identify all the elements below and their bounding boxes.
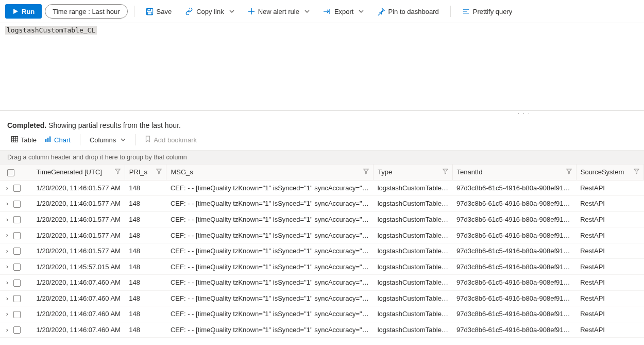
header-source-label: SourceSystem xyxy=(581,168,624,176)
select-all-checkbox[interactable] xyxy=(7,169,14,176)
cell-src: RestAPI xyxy=(576,196,643,212)
row-checkbox[interactable] xyxy=(13,185,21,192)
toolbar: Run Time range : Last hour Save Copy lin… xyxy=(0,0,644,23)
chevron-down-icon xyxy=(359,8,364,15)
cell-time: 1/20/2020, 11:46:01.577 AM xyxy=(32,211,125,227)
query-editor[interactable]: logstashCustomTable_CL xyxy=(0,23,644,111)
filter-icon[interactable] xyxy=(443,168,448,176)
header-type-label: Type xyxy=(378,168,392,176)
svg-marker-0 xyxy=(13,9,18,14)
header-tenant[interactable]: TenantId xyxy=(452,165,576,180)
pin-label: Pin to dashboard xyxy=(388,8,438,15)
header-type[interactable]: Type xyxy=(374,165,452,180)
columns-label: Columns xyxy=(90,136,116,144)
cell-tenant: 97d3c8b6-61c5-4916-b80a-908ef914d134 xyxy=(452,227,576,243)
run-button[interactable]: Run xyxy=(5,4,42,19)
cell-time: 1/20/2020, 11:45:57.015 AM xyxy=(32,259,125,275)
bookmark-button[interactable]: Add bookmark xyxy=(141,134,201,146)
cell-msg: CEF: - - [timeQuality tzKnown="1" isSync… xyxy=(166,196,374,212)
tab-chart[interactable]: Chart xyxy=(41,134,75,146)
expand-icon[interactable]: › xyxy=(4,216,10,223)
table-row[interactable]: ›1/20/2020, 11:46:01.577 AM148CEF: - - [… xyxy=(0,243,644,259)
save-label: Save xyxy=(157,8,172,15)
resize-handle[interactable]: · · · xyxy=(0,111,644,116)
save-icon xyxy=(146,8,154,15)
row-checkbox[interactable] xyxy=(13,280,21,287)
copy-link-button[interactable]: Copy link xyxy=(180,4,239,19)
table-row[interactable]: ›1/20/2020, 11:46:07.460 AM148CEF: - - [… xyxy=(0,306,644,322)
expand-icon[interactable]: › xyxy=(4,310,10,318)
play-icon xyxy=(12,8,19,14)
table-row[interactable]: ›1/20/2020, 11:45:57.015 AM148CEF: - - [… xyxy=(0,259,644,275)
header-source[interactable]: SourceSystem xyxy=(576,165,643,180)
row-checkbox[interactable] xyxy=(13,295,21,302)
export-button[interactable]: Export xyxy=(318,4,369,19)
run-label: Run xyxy=(22,8,35,15)
header-msg[interactable]: MSG_s xyxy=(166,165,374,180)
filter-icon[interactable] xyxy=(363,168,369,176)
expand-icon[interactable]: › xyxy=(4,278,10,286)
cell-pri: 148 xyxy=(125,306,166,322)
plus-icon xyxy=(248,8,255,15)
cell-tenant: 97d3c8b6-61c5-4916-b80a-908ef914d134 xyxy=(452,243,576,259)
table-row[interactable]: ›1/20/2020, 11:46:07.460 AM148CEF: - - [… xyxy=(0,290,644,306)
filter-icon[interactable] xyxy=(115,168,121,176)
row-checkbox[interactable] xyxy=(13,326,21,334)
svg-rect-6 xyxy=(47,138,48,142)
cell-tenant: 97d3c8b6-61c5-4916-b80a-908ef914d134 xyxy=(452,306,576,322)
tab-table[interactable]: Table xyxy=(7,134,41,146)
bookmark-icon xyxy=(145,136,151,144)
header-tenant-label: TenantId xyxy=(457,168,483,176)
row-checkbox[interactable] xyxy=(13,201,21,208)
expand-icon[interactable]: › xyxy=(4,247,10,255)
table-row[interactable]: ›1/20/2020, 11:46:01.577 AM148CEF: - - [… xyxy=(0,227,644,243)
row-checkbox[interactable] xyxy=(13,248,21,255)
expand-icon[interactable]: › xyxy=(4,184,10,192)
row-checkbox[interactable] xyxy=(13,216,21,223)
cell-msg: CEF: - - [timeQuality tzKnown="1" isSync… xyxy=(166,259,374,275)
time-range-button[interactable]: Time range : Last hour xyxy=(45,4,127,19)
expand-icon[interactable]: › xyxy=(4,231,10,239)
table-row[interactable]: ›1/20/2020, 11:46:07.460 AM148CEF: - - [… xyxy=(0,322,644,338)
cell-msg: CEF: - - [timeQuality tzKnown="1" isSync… xyxy=(166,180,374,196)
expand-icon[interactable]: › xyxy=(4,262,10,270)
new-alert-label: New alert rule xyxy=(258,8,299,15)
separator xyxy=(134,6,134,17)
expand-icon[interactable]: › xyxy=(4,326,10,334)
svg-rect-2 xyxy=(147,8,150,10)
filter-icon[interactable] xyxy=(634,168,639,176)
row-checkbox[interactable] xyxy=(13,232,21,239)
new-alert-button[interactable]: New alert rule xyxy=(243,4,315,19)
header-pri[interactable]: PRI_s xyxy=(125,165,166,180)
query-text: logstashCustomTable_CL xyxy=(5,26,97,35)
table-row[interactable]: ›1/20/2020, 11:46:01.577 AM148CEF: - - [… xyxy=(0,180,644,196)
cell-type: logstashCustomTable_CL xyxy=(374,259,452,275)
cell-time: 1/20/2020, 11:46:07.460 AM xyxy=(32,274,125,290)
cell-msg: CEF: - - [timeQuality tzKnown="1" isSync… xyxy=(166,211,374,227)
cell-time: 1/20/2020, 11:46:01.577 AM xyxy=(32,243,125,259)
table-row[interactable]: ›1/20/2020, 11:46:01.577 AM148CEF: - - [… xyxy=(0,211,644,227)
separator xyxy=(80,134,80,145)
cell-msg: CEF: - - [timeQuality tzKnown="1" isSync… xyxy=(166,274,374,290)
filter-icon[interactable] xyxy=(156,168,162,176)
pin-button[interactable]: Pin to dashboard xyxy=(372,4,444,19)
cell-time: 1/20/2020, 11:46:01.577 AM xyxy=(32,180,125,196)
group-by-hint[interactable]: Drag a column header and drop it here to… xyxy=(0,150,644,165)
columns-button[interactable]: Columns xyxy=(86,134,130,146)
table-row[interactable]: ›1/20/2020, 11:46:07.460 AM148CEF: - - [… xyxy=(0,274,644,290)
cell-src: RestAPI xyxy=(576,259,643,275)
expand-icon[interactable]: › xyxy=(4,294,10,302)
cell-pri: 148 xyxy=(125,274,166,290)
header-timegenerated[interactable]: TimeGenerated [UTC] xyxy=(32,165,125,180)
row-checkbox[interactable] xyxy=(13,264,21,271)
row-checkbox[interactable] xyxy=(13,311,21,318)
cell-src: RestAPI xyxy=(576,290,643,306)
cell-time: 1/20/2020, 11:46:01.577 AM xyxy=(32,227,125,243)
filter-icon[interactable] xyxy=(566,168,572,176)
cell-tenant: 97d3c8b6-61c5-4916-b80a-908ef914d134 xyxy=(452,274,576,290)
prettify-button[interactable]: Prettify query xyxy=(457,4,518,19)
table-row[interactable]: ›1/20/2020, 11:46:01.577 AM148CEF: - - [… xyxy=(0,196,644,212)
save-button[interactable]: Save xyxy=(141,4,177,19)
cell-pri: 148 xyxy=(125,211,166,227)
expand-icon[interactable]: › xyxy=(4,200,10,207)
